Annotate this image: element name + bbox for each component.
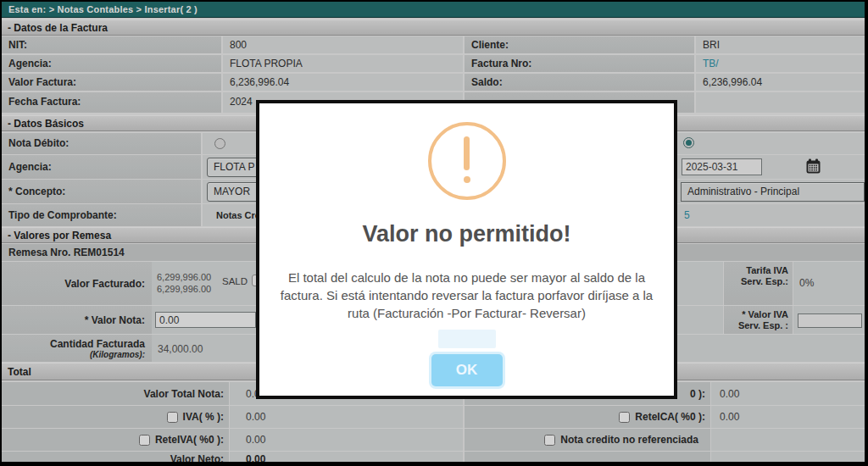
alert-dialog: Valor no permitido! El total del calculo… bbox=[256, 100, 677, 399]
window-frame: Esta en: > Notas Contables > Insertar( 2… bbox=[0, 0, 868, 466]
alert-message: El total del calculo de la nota no puede… bbox=[272, 269, 662, 322]
alert-title: Valor no permitido! bbox=[362, 221, 570, 247]
ok-button[interactable]: OK bbox=[431, 354, 503, 386]
alert-focus-box bbox=[438, 330, 496, 348]
warning-exclamation-icon bbox=[428, 122, 506, 200]
